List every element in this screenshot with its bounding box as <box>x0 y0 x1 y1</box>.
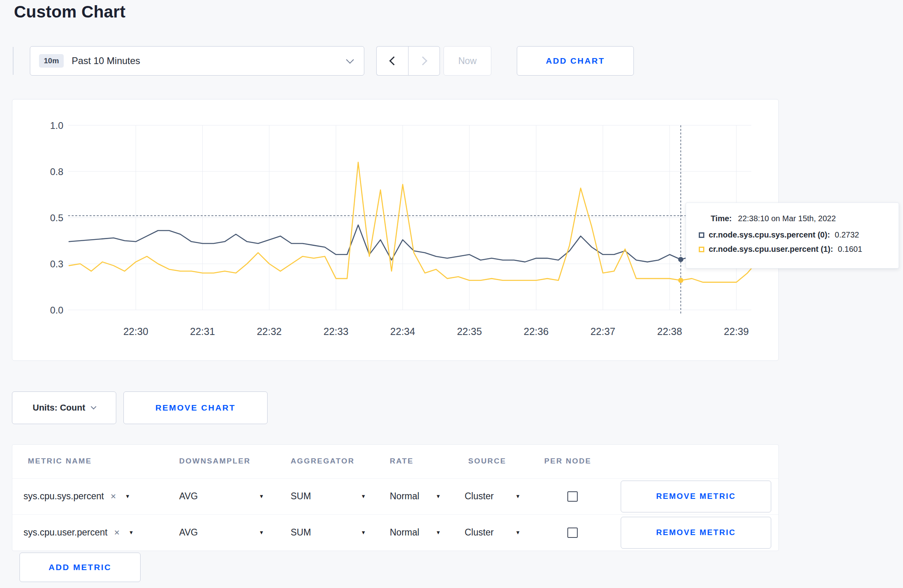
table-row: sys.cpu.user.percent ✕ ▼ AVG ▼ SUM ▼ Nor… <box>12 514 778 551</box>
svg-text:0.5: 0.5 <box>50 212 63 223</box>
per-node-checkbox[interactable] <box>567 491 578 502</box>
chevron-left-icon <box>389 56 398 66</box>
source-select[interactable]: Cluster ▼ <box>465 478 520 514</box>
prev-time-button[interactable] <box>376 46 408 76</box>
svg-text:22:35: 22:35 <box>457 326 482 337</box>
col-header-metric-name: METRIC NAME <box>28 453 92 469</box>
add-metric-button[interactable]: ADD METRIC <box>20 553 141 582</box>
tooltip-time-label: Time: <box>711 214 732 223</box>
metric-name-select[interactable]: sys.cpu.sys.percent ✕ ▼ <box>23 478 130 514</box>
svg-text:0.8: 0.8 <box>50 166 63 177</box>
aggregator-select[interactable]: SUM ▼ <box>291 478 366 514</box>
line-chart[interactable]: 0.00.30.50.81.022:3022:3122:3222:3322:34… <box>12 99 778 360</box>
per-node-cell <box>567 478 578 514</box>
aggregator-select[interactable]: SUM ▼ <box>291 514 366 551</box>
downsampler-value: AVG <box>179 527 198 538</box>
svg-text:22:33: 22:33 <box>324 326 349 337</box>
svg-text:22:39: 22:39 <box>724 326 749 337</box>
remove-chart-button[interactable]: REMOVE CHART <box>123 391 268 424</box>
metric-name-value: sys.cpu.sys.percent <box>23 491 104 502</box>
downsampler-select[interactable]: AVG ▼ <box>179 478 264 514</box>
col-header-per-node: PER NODE <box>544 453 591 469</box>
time-range-badge: 10m <box>39 54 64 68</box>
next-time-button[interactable] <box>408 46 440 76</box>
rate-value: Normal <box>390 491 419 502</box>
remove-metric-button[interactable]: REMOVE METRIC <box>621 517 771 549</box>
table-row: sys.cpu.sys.percent ✕ ▼ AVG ▼ SUM ▼ Norm… <box>12 478 778 514</box>
downsampler-select[interactable]: AVG ▼ <box>179 514 264 551</box>
svg-text:0.3: 0.3 <box>50 259 63 269</box>
svg-text:22:38: 22:38 <box>657 326 682 337</box>
svg-text:22:36: 22:36 <box>524 326 549 337</box>
svg-text:22:31: 22:31 <box>190 326 215 337</box>
tooltip-series-row: cr.node.sys.cpu.sys.percent (0): 0.2732 <box>699 230 891 239</box>
chart-tooltip: Time: 22:38:10 on Mar 15th, 2022 cr.node… <box>686 202 899 269</box>
chart-card[interactable]: 0.00.30.50.81.022:3022:3122:3222:3322:34… <box>12 99 779 361</box>
add-chart-button[interactable]: ADD CHART <box>517 46 634 76</box>
remove-metric-button[interactable]: REMOVE METRIC <box>621 481 771 512</box>
metric-name-value: sys.cpu.user.percent <box>23 527 108 538</box>
chevron-down-icon <box>346 56 354 64</box>
per-node-cell <box>567 514 578 551</box>
time-pager <box>376 46 440 76</box>
page-title: Custom Chart <box>14 2 125 21</box>
caret-down-icon: ▼ <box>436 530 441 535</box>
tooltip-time-row: Time: 22:38:10 on Mar 15th, 2022 <box>711 214 891 223</box>
caret-down-icon: ▼ <box>259 494 264 499</box>
time-range-label: Past 10 Minutes <box>72 55 140 66</box>
caret-down-icon: ▼ <box>129 530 134 535</box>
toolbar-divider <box>13 47 14 75</box>
caret-down-icon: ▼ <box>436 494 441 499</box>
source-select[interactable]: Cluster ▼ <box>465 514 520 551</box>
metric-name-select[interactable]: sys.cpu.user.percent ✕ ▼ <box>23 514 134 551</box>
time-range-dropdown[interactable]: 10m Past 10 Minutes <box>30 46 364 76</box>
svg-text:1.0: 1.0 <box>50 120 63 131</box>
col-header-rate: RATE <box>390 453 414 469</box>
col-header-source: SOURCE <box>468 453 506 469</box>
col-header-aggregator: AGGREGATOR <box>291 453 355 469</box>
tooltip-series-label: cr.node.sys.cpu.sys.percent (0): <box>709 230 830 239</box>
downsampler-value: AVG <box>179 491 198 502</box>
units-dropdown[interactable]: Units: Count <box>12 391 116 424</box>
clear-metric-icon[interactable]: ✕ <box>110 492 116 501</box>
aggregator-value: SUM <box>291 527 311 538</box>
tooltip-series-value: 0.1601 <box>838 245 862 254</box>
caret-down-icon: ▼ <box>361 530 366 535</box>
svg-text:22:37: 22:37 <box>590 326 616 337</box>
rate-select[interactable]: Normal ▼ <box>390 514 441 551</box>
col-header-downsampler: DOWNSAMPLER <box>179 453 250 469</box>
caret-down-icon: ▼ <box>515 530 520 535</box>
chevron-right-icon <box>418 56 428 66</box>
units-label: Units: Count <box>33 403 85 413</box>
svg-text:0.0: 0.0 <box>50 305 63 315</box>
source-value: Cluster <box>465 527 494 538</box>
svg-text:22:30: 22:30 <box>123 326 149 337</box>
caret-down-icon: ▼ <box>361 494 366 499</box>
clear-metric-icon[interactable]: ✕ <box>114 528 120 537</box>
now-button[interactable]: Now <box>444 46 491 76</box>
rate-select[interactable]: Normal ▼ <box>390 478 441 514</box>
rate-value: Normal <box>390 527 419 538</box>
svg-text:22:32: 22:32 <box>257 326 282 337</box>
caret-down-icon: ▼ <box>125 494 130 499</box>
metrics-table: METRIC NAME DOWNSAMPLER AGGREGATOR RATE … <box>12 444 779 551</box>
tooltip-time-value: 22:38:10 on Mar 15th, 2022 <box>738 214 836 223</box>
per-node-checkbox[interactable] <box>567 528 578 538</box>
tooltip-series-value: 0.2732 <box>835 230 859 239</box>
tooltip-series-label: cr.node.sys.cpu.user.percent (1): <box>709 245 833 254</box>
svg-text:22:34: 22:34 <box>390 326 415 337</box>
source-value: Cluster <box>465 491 494 502</box>
caret-down-icon: ▼ <box>515 494 520 499</box>
aggregator-value: SUM <box>291 491 311 502</box>
series-swatch-sys-icon <box>699 232 704 238</box>
caret-down-icon: ▼ <box>259 530 264 535</box>
series-swatch-user-icon <box>699 247 704 252</box>
custom-chart-page: Custom Chart 10m Past 10 Minutes Now ADD… <box>0 0 903 588</box>
chevron-down-icon <box>91 404 96 409</box>
tooltip-series-row: cr.node.sys.cpu.user.percent (1): 0.1601 <box>699 245 891 254</box>
